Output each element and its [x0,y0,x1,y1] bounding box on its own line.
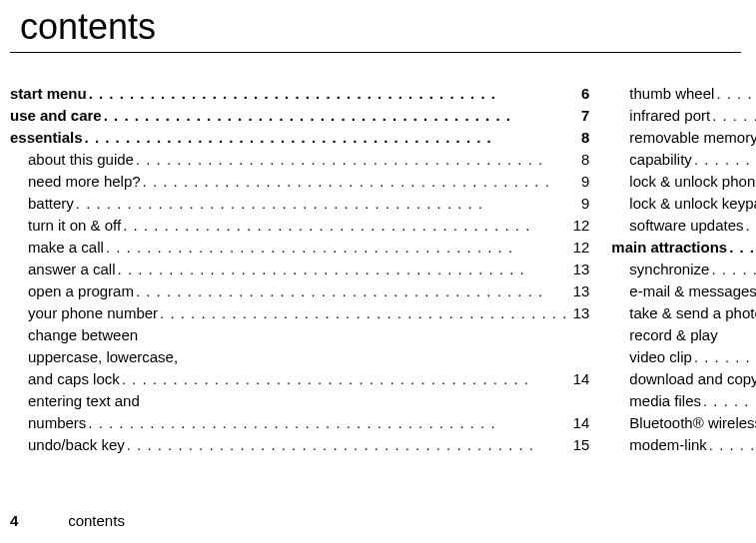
toc-wrap-line: change between [10,324,589,346]
toc-entry-label: battery [28,193,74,215]
toc-entry-page: 15 [569,434,589,456]
toc-leader-dots [116,259,570,280]
toc-entry-page: 12 [569,237,589,259]
toc-entry: use and care7 [10,105,589,127]
toc-entry-label: and caps lock [28,368,120,390]
toc-leader-dots [707,434,756,456]
toc-entry-label: turn it on & off [28,215,121,237]
toc-entry: software updates18 [611,215,756,237]
toc-wrap-line: uppercase, lowercase, [10,346,589,368]
toc-leader-dots [701,390,756,412]
toc-entry-label: use and care [10,105,102,127]
toc-entry: start menu6 [10,83,589,105]
toc-entry: infrared port15 [611,105,756,127]
toc-entry: e-mail & messages23 [611,280,756,302]
toc-leader-dots [121,215,569,237]
toc-entry-label: media files [629,390,701,412]
toc-leader-dots [83,127,570,149]
toc-wrap-line: download and copy [611,368,756,390]
toc-leader-dots [709,259,756,280]
toc-column-1: start menu6use and care7essentials8about… [10,83,589,456]
toc-leader-dots [86,412,569,434]
toc-entry: answer a call13 [10,259,589,280]
toc-entry-label: infrared port [629,105,710,127]
toc-leader-dots [141,171,570,193]
toc-entry-label: synchronize [629,259,709,280]
page-title: contents [10,0,741,53]
toc-leader-dots [120,368,570,390]
toc-entry-label: e-mail & messages [629,280,756,302]
toc-entry-label: lock & unlock keypad [629,193,756,215]
toc-leader-dots [744,215,756,237]
toc-entry-label: main attractions [611,237,727,259]
toc-wrap-line: record & play [611,324,756,346]
toc-entry-page: 14 [569,412,589,434]
toc-entry-label: modem-link [629,434,707,456]
toc-entry: need more help?9 [10,171,589,193]
toc-entry-label: numbers [28,412,86,434]
footer-page-number: 4 [10,512,64,529]
toc-entry-page: 13 [569,280,589,302]
toc-entry: synchronize19 [611,259,756,280]
toc-entry: take & send a photo35 [611,302,756,324]
toc-entry: lock & unlock phone16 [611,171,756,193]
toc-leader-dots [158,302,569,324]
toc-entry-page: 12 [569,215,589,237]
toc-entry: capability15 [611,149,756,171]
toc-entry: your phone number13 [10,302,589,324]
toc-entry-label: make a call [28,237,104,259]
toc-entry-page: 8 [569,127,589,149]
toc-entry-label: lock & unlock phone [629,171,756,193]
toc-entry-page: 7 [569,105,589,127]
toc-wrap-line: removable memory [611,127,756,149]
toc-entry-label: start menu [10,83,87,105]
toc-entry: battery9 [10,193,589,215]
footer-label: contents [68,512,125,529]
toc-entry-page: 13 [569,259,589,280]
toc-entry-label: undo/back key [28,434,125,456]
toc-leader-dots [714,83,756,105]
toc-columns: start menu6use and care7essentials8about… [0,83,756,456]
toc-entry-label: Bluetooth® wireless [629,412,756,434]
toc-entry-label: thumb wheel [629,83,714,105]
toc-leader-dots [692,346,756,368]
toc-entry: main attractions19 [611,237,756,259]
toc-entry: video clip37 [611,346,756,368]
toc-entry: media files40 [611,390,756,412]
toc-entry-page: 14 [569,368,589,390]
toc-entry-label: open a program [28,280,134,302]
toc-entry-label: about this guide [28,149,134,171]
toc-entry-page: 8 [569,149,589,171]
toc-leader-dots [74,193,569,215]
toc-leader-dots [710,105,756,127]
toc-leader-dots [134,149,569,171]
toc-entry-label: your phone number [28,302,158,324]
toc-entry: lock & unlock keypad17 [611,193,756,215]
toc-entry-page: 6 [569,83,589,105]
toc-leader-dots [134,280,569,302]
toc-leader-dots [102,105,570,127]
toc-entry-label: take & send a photo [629,302,756,324]
toc-leader-dots [727,237,756,259]
toc-entry-page: 13 [569,302,589,324]
toc-leader-dots [87,83,570,105]
toc-entry: make a call12 [10,237,589,259]
toc-entry-page: 9 [569,171,589,193]
toc-entry-label: software updates [629,215,743,237]
toc-entry-label: capability [629,149,692,171]
toc-column-2: thumb wheel15infrared port15removable me… [611,83,756,456]
toc-entry: and caps lock14 [10,368,589,390]
toc-entry-page: 9 [569,193,589,215]
toc-entry: numbers14 [10,412,589,434]
toc-entry: about this guide8 [10,149,589,171]
toc-entry: thumb wheel15 [611,83,756,105]
toc-entry: open a program13 [10,280,589,302]
toc-entry-label: video clip [629,346,692,368]
toc-entry: essentials8 [10,127,589,149]
toc-leader-dots [125,434,570,456]
toc-wrap-line: entering text and [10,390,589,412]
toc-leader-dots [104,237,569,259]
toc-entry: modem-link43 [611,434,756,456]
toc-entry-label: need more help? [28,171,141,193]
toc-leader-dots [692,149,756,171]
